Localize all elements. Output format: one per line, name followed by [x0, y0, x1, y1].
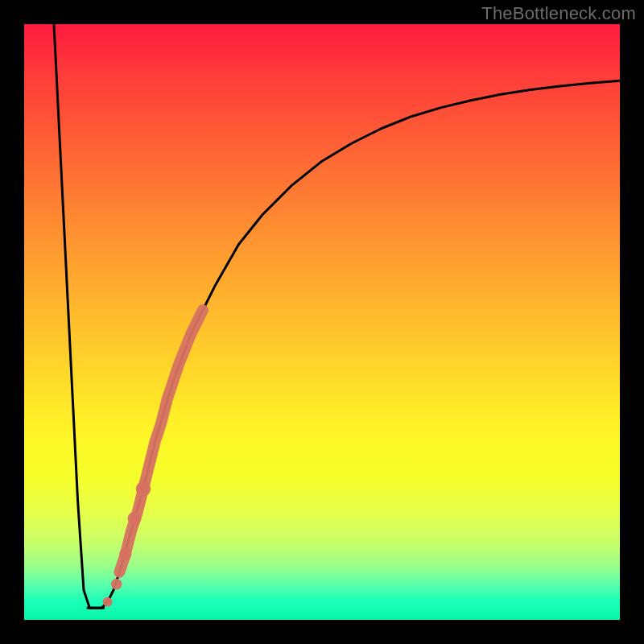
watermark-text: TheBottleneck.com [481, 3, 636, 24]
svg-point-2 [119, 548, 131, 560]
svg-point-1 [111, 579, 122, 590]
svg-point-0 [103, 597, 113, 607]
highlight-band [119, 310, 203, 572]
chart-frame: TheBottleneck.com [0, 0, 644, 644]
svg-point-3 [128, 512, 142, 526]
chart-overlay [24, 24, 620, 620]
svg-point-4 [136, 481, 151, 496]
